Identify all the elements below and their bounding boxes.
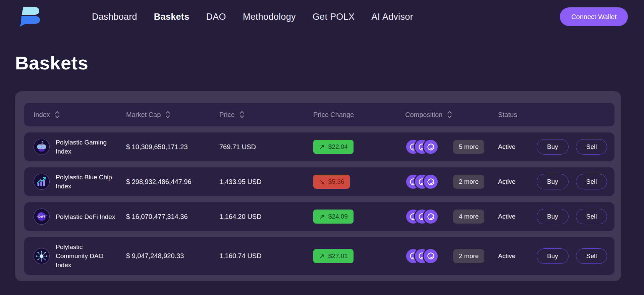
sort-icon[interactable] xyxy=(447,111,452,119)
more-tokens-badge[interactable]: 4 more xyxy=(453,210,484,224)
composition-cell: 4 more xyxy=(405,209,498,225)
buy-button[interactable]: Buy xyxy=(537,174,569,189)
composition-cell: 2 more xyxy=(405,248,498,264)
column-header-price-change: Price Change xyxy=(313,111,405,119)
token-coin-icon xyxy=(423,139,439,155)
column-label: Price Change xyxy=(313,111,354,119)
price-change-amount: $5.36 xyxy=(328,178,344,185)
price-change-badge: ↘ $5.36 xyxy=(313,175,350,189)
index-name: Polylastic Blue Chip Index xyxy=(56,173,116,191)
row-actions: Buy Sell xyxy=(537,139,614,155)
price-value: 1,433.95 USD xyxy=(219,178,313,186)
sort-icon[interactable] xyxy=(55,111,60,119)
baskets-table-card: Index Market Cap Price Price Change Comp… xyxy=(15,91,621,281)
nav-item-dashboard[interactable]: Dashboard xyxy=(92,12,137,22)
sell-button[interactable]: Sell xyxy=(576,248,607,264)
price-value: 1,160.74 USD xyxy=(219,252,313,260)
token-coin-icon xyxy=(423,174,439,190)
buy-button[interactable]: Buy xyxy=(537,248,569,264)
market-cap-value: $ 16,070,477,314.36 xyxy=(126,213,219,221)
index-name-cell: DeFi Polylastic DeFi Index xyxy=(34,209,126,225)
row-actions: Buy Sell xyxy=(537,209,614,224)
column-label: Index xyxy=(34,111,50,119)
community-network-icon xyxy=(34,248,50,264)
column-label: Status xyxy=(498,111,517,119)
nav-item-dao[interactable]: DAO xyxy=(206,12,226,22)
sell-button[interactable]: Sell xyxy=(576,174,607,189)
buy-button[interactable]: Buy xyxy=(537,139,569,155)
page-title: Baskets xyxy=(15,52,644,74)
price-change-amount: $27.01 xyxy=(328,252,348,260)
sell-button[interactable]: Sell xyxy=(576,209,607,224)
status-label: Active xyxy=(498,143,537,151)
price-change-amount: $24.09 xyxy=(328,213,348,220)
nav-item-baskets[interactable]: Baskets xyxy=(154,12,190,22)
basket-row-gaming[interactable]: Polylastic Gaming Index $ 10,309,650,171… xyxy=(24,132,614,161)
price-value: 1,164.20 USD xyxy=(219,213,313,221)
index-name: Polylastic Gaming Index xyxy=(56,138,116,156)
basket-row-community-dao[interactable]: Polylastic Community DAO Index $ 9,047,2… xyxy=(24,237,614,275)
table-header-row: Index Market Cap Price Price Change Comp… xyxy=(24,103,614,126)
nav-links: Dashboard Baskets DAO Methodology Get PO… xyxy=(92,12,413,22)
token-coin-icon xyxy=(423,248,439,264)
top-navigation: Dashboard Baskets DAO Methodology Get PO… xyxy=(0,0,644,34)
more-tokens-badge[interactable]: 2 more xyxy=(453,175,484,189)
price-change-badge: ↗ $22.04 xyxy=(313,140,354,154)
index-name: Polylastic Community DAO Index xyxy=(56,242,116,270)
status-label: Active xyxy=(498,178,537,185)
sell-button[interactable]: Sell xyxy=(576,139,607,155)
market-cap-value: $ 10,309,650,171.23 xyxy=(126,143,219,151)
more-tokens-badge[interactable]: 2 more xyxy=(453,249,484,263)
sort-icon[interactable] xyxy=(165,111,170,119)
trend-arrow-icon: ↗ xyxy=(319,252,325,260)
trend-arrow-icon: ↘ xyxy=(319,178,325,186)
column-header-price[interactable]: Price xyxy=(219,111,313,119)
connect-wallet-button[interactable]: Connect Wallet xyxy=(560,7,628,26)
market-cap-value: $ 298,932,486,447.96 xyxy=(126,178,219,186)
polylastic-logo[interactable] xyxy=(16,6,43,27)
column-header-index[interactable]: Index xyxy=(34,111,126,119)
trend-arrow-icon: ↗ xyxy=(319,143,325,151)
composition-cell: 2 more xyxy=(405,174,498,190)
gamepad-icon xyxy=(34,139,50,155)
sort-icon[interactable] xyxy=(239,111,245,119)
token-coin-icon xyxy=(423,209,439,225)
price-change-badge: ↗ $27.01 xyxy=(313,249,354,263)
column-label: Market Cap xyxy=(126,111,161,119)
bar-chart-icon xyxy=(34,174,50,190)
index-name-cell: Polylastic Blue Chip Index xyxy=(34,173,126,191)
trend-arrow-icon: ↗ xyxy=(319,213,325,221)
row-actions: Buy Sell xyxy=(537,174,614,189)
index-name-cell: Polylastic Gaming Index xyxy=(34,138,126,156)
index-name: Polylastic DeFi Index xyxy=(56,212,115,221)
basket-row-blue-chip[interactable]: Polylastic Blue Chip Index $ 298,932,486… xyxy=(24,167,614,196)
buy-button[interactable]: Buy xyxy=(537,209,569,224)
column-header-composition[interactable]: Composition xyxy=(405,111,498,119)
nav-item-methodology[interactable]: Methodology xyxy=(243,12,296,22)
status-label: Active xyxy=(498,213,537,220)
svg-text:DeFi: DeFi xyxy=(38,215,45,219)
more-tokens-badge[interactable]: 5 more xyxy=(453,140,484,154)
market-cap-value: $ 9,047,248,920.33 xyxy=(126,252,219,260)
composition-cell: 5 more xyxy=(405,139,498,155)
defi-sphere-icon: DeFi xyxy=(34,209,50,225)
nav-item-get-polx[interactable]: Get POLX xyxy=(313,12,355,22)
column-label: Composition xyxy=(405,111,442,119)
price-change-amount: $22.04 xyxy=(328,143,348,151)
basket-row-defi[interactable]: DeFi Polylastic DeFi Index $ 16,070,477,… xyxy=(24,202,614,231)
row-actions: Buy Sell xyxy=(537,248,614,264)
status-label: Active xyxy=(498,252,537,260)
column-header-market-cap[interactable]: Market Cap xyxy=(126,111,219,119)
price-value: 769.71 USD xyxy=(219,143,313,151)
nav-item-ai-advisor[interactable]: AI Advisor xyxy=(371,12,413,22)
price-change-badge: ↗ $24.09 xyxy=(313,210,354,224)
index-name-cell: Polylastic Community DAO Index xyxy=(34,242,126,270)
column-header-status: Status xyxy=(498,111,537,119)
column-label: Price xyxy=(219,111,235,119)
